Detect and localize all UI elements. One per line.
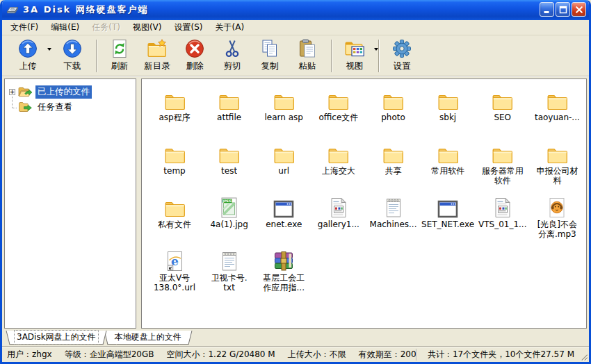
status-field: 等级：企业高端型20GB (65, 349, 154, 361)
toolbar-button-label: 新目录 (144, 60, 170, 72)
new-folder-button[interactable]: 新目录 (138, 38, 176, 74)
window-title: 3A Disk 网络硬盘客户端 (23, 3, 538, 16)
file-item[interactable]: temp (147, 142, 202, 195)
file-item[interactable]: SEO (476, 88, 530, 142)
close-button[interactable] (572, 2, 586, 17)
app-window: 3A Disk 网络硬盘客户端 文件(F)编辑(E)任务(T)视图(V)设置(S… (0, 0, 591, 364)
file-list-panel[interactable]: asp程序 attfile learn asp office文件 photo (141, 78, 587, 329)
settings-button[interactable]: 设置 (383, 38, 421, 74)
status-field: 上传大小：不限 (288, 349, 346, 361)
file-item[interactable]: asp程序 (147, 88, 202, 142)
folder-icon (492, 142, 513, 165)
menu-view[interactable]: 视图(V) (127, 19, 168, 35)
file-item[interactable]: office文件 (311, 88, 366, 142)
download-button[interactable]: 下载 (54, 38, 91, 74)
file-label: photo (381, 113, 405, 122)
folder-icon (164, 195, 186, 218)
file-label: test (221, 166, 237, 176)
file-label: gallery1... (318, 220, 359, 229)
bottom-tab-bar: 3ADisk网盘上的文件 本地硬盘上的文件 (2, 331, 589, 346)
copy-button[interactable]: 复制 (251, 38, 289, 74)
folder-icon (273, 142, 295, 165)
file-label: 基层工会工 作应用指... (263, 273, 305, 292)
file-item[interactable]: JPEG 4a(1).jpg (202, 195, 257, 249)
file-item[interactable]: 服务器常用 软件 (476, 142, 530, 195)
dropdown-arrow-icon[interactable] (47, 47, 52, 52)
toolbar-button-label: 剪切 (224, 60, 241, 72)
maximize-button[interactable] (556, 2, 570, 17)
tree-item-task-view[interactable]: + 任务查看 (5, 99, 136, 115)
upload-icon (18, 39, 38, 59)
file-label: 上海交大 (322, 166, 355, 176)
settings-icon (392, 39, 412, 59)
file-grid: asp程序 attfile learn asp office文件 photo (147, 88, 585, 302)
menu-settings[interactable]: 设置(S) (168, 19, 209, 35)
file-item[interactable]: photo (366, 88, 421, 142)
toolbar: 上传 下载 刷新 新目录 删除 剪切 (2, 35, 589, 76)
file-item[interactable]: 私有文件 (147, 195, 202, 249)
title-bar[interactable]: 3A Disk 网络硬盘客户端 (2, 0, 589, 20)
txt-icon (221, 249, 238, 272)
menu-about[interactable]: 关于(A) (209, 19, 250, 35)
file-label: SEO (494, 113, 511, 122)
status-left-panel: 用户：zhgx等级：企业高端型20GB空间大小：1.22 G/20480 M上传… (4, 349, 416, 361)
html-icon (330, 195, 347, 218)
file-item[interactable]: 卫视卡号. txt (202, 249, 257, 302)
file-item[interactable]: 常用软件 (421, 142, 475, 195)
folder-icon (164, 88, 186, 111)
file-item[interactable]: 基层工会工 作应用指... (257, 249, 311, 302)
file-item[interactable]: sbkj (421, 88, 475, 142)
menu-edit[interactable]: 编辑(E) (44, 19, 86, 35)
file-item[interactable]: learn asp (257, 88, 311, 142)
file-item[interactable]: 共享 (366, 142, 421, 195)
tab-local-files[interactable]: 本地硬盘上的文件 (110, 331, 186, 345)
file-item[interactable]: 上海交大 (311, 142, 366, 195)
file-item[interactable]: [光良]不会 分离.mp3 (530, 195, 584, 249)
txt-icon (385, 195, 402, 218)
app-disk-icon (6, 3, 21, 15)
file-item[interactable]: attfile (202, 88, 257, 142)
tree-item-uploaded-files[interactable]: + 已上传的文件 (5, 84, 136, 99)
paste-button[interactable]: 粘贴 (289, 38, 326, 74)
file-item[interactable]: Machines... (366, 195, 421, 249)
folder-icon (437, 142, 459, 165)
minimize-button[interactable] (540, 2, 554, 17)
tab-remote-files[interactable]: 3ADisk网盘上的文件 (12, 331, 101, 345)
file-label: [光良]不会 分离.mp3 (537, 220, 577, 239)
file-item[interactable]: 申报公司材 料 (530, 142, 584, 195)
menu-task[interactable]: 任务(T) (86, 19, 127, 35)
refresh-icon (111, 39, 128, 59)
file-item[interactable]: gallery1... (311, 195, 366, 249)
file-item[interactable]: taoyuan-... (530, 88, 584, 142)
view-icon (344, 39, 365, 59)
folder-icon (218, 142, 240, 165)
toolbar-button-label: 下载 (64, 60, 81, 72)
resize-grip-icon[interactable] (579, 352, 588, 361)
file-label: asp程序 (159, 113, 190, 122)
file-item[interactable]: e 亚太V号 138.0°.url (147, 249, 202, 302)
status-summary: 共计：17个文件夹，10个文件27.57 M (416, 349, 587, 361)
file-item[interactable]: VTS_01_1... (476, 195, 530, 249)
view-button[interactable]: 视图 (336, 38, 373, 74)
file-label: 服务器常用 软件 (482, 166, 524, 185)
file-item[interactable]: SET_NET.exe (421, 195, 475, 249)
delete-button[interactable]: 删除 (176, 38, 213, 74)
download-icon (63, 39, 82, 59)
file-item[interactable]: url (257, 142, 311, 195)
file-label: 亚太V号 138.0°.url (154, 273, 195, 292)
file-label: 私有文件 (158, 220, 191, 229)
expand-plus-icon[interactable]: + (9, 89, 15, 95)
file-label: Machines... (370, 220, 417, 229)
file-label: office文件 (318, 113, 358, 122)
rar-icon (274, 249, 293, 272)
delete-icon (185, 39, 204, 59)
menu-file[interactable]: 文件(F) (4, 19, 44, 35)
dropdown-arrow-icon[interactable] (373, 47, 379, 52)
file-item[interactable]: enet.exe (257, 195, 311, 249)
file-item[interactable]: test (202, 142, 257, 195)
tree-item-label: 任务查看 (35, 101, 74, 114)
cut-button[interactable]: 剪切 (213, 38, 251, 74)
refresh-button[interactable]: 刷新 (101, 38, 138, 74)
file-label: taoyuan-... (535, 113, 580, 122)
upload-button[interactable]: 上传 (9, 38, 47, 74)
